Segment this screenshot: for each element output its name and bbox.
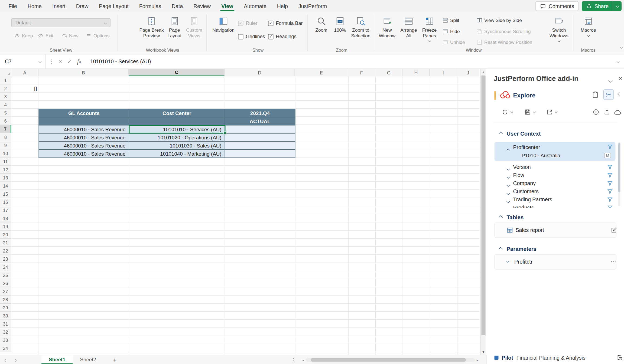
row-header-6[interactable]: 6 <box>0 117 11 125</box>
arrange-all-button[interactable]: Arrange All <box>399 14 418 48</box>
row-header-2[interactable]: 2 <box>0 84 11 93</box>
filter-icon[interactable] <box>607 144 613 150</box>
formula-input[interactable]: 10101010 - Services (AU) <box>86 54 612 69</box>
column-header-e[interactable]: E <box>295 69 348 76</box>
row-header-31[interactable]: 31 <box>0 320 11 328</box>
add-circle-icon[interactable] <box>593 109 599 115</box>
column-header-g[interactable]: G <box>375 69 403 76</box>
page-layout-button[interactable]: Page Layout <box>165 14 184 48</box>
collapse-panel-icon[interactable] <box>618 93 621 96</box>
filter-icon[interactable] <box>607 165 613 170</box>
horizontal-scroll-thumb[interactable] <box>311 358 466 362</box>
menu-tab-insert[interactable]: Insert <box>47 0 71 12</box>
sheet-tab-sheet2[interactable]: Sheet2 <box>73 355 103 364</box>
table-cell[interactable]: 10101040 - Marketing (AU) <box>129 149 225 158</box>
row-header-16[interactable]: 16 <box>0 198 11 206</box>
row-header-29[interactable]: 29 <box>0 304 11 312</box>
user-context-scrollbar[interactable] <box>618 142 620 206</box>
checkbox-ruler[interactable]: ✓Ruler <box>238 20 258 26</box>
row-header-22[interactable]: 22 <box>0 247 11 255</box>
table-cell[interactable]: 46000010 - Sales Revenue <box>39 125 129 134</box>
chevron-down-icon[interactable] <box>507 198 509 204</box>
row-header-21[interactable]: 21 <box>0 239 11 247</box>
table-cell[interactable] <box>225 141 295 150</box>
filter-icon[interactable] <box>607 189 613 195</box>
row-header-4[interactable]: 4 <box>0 101 11 109</box>
user-context-item-products[interactable]: Products <box>495 204 616 208</box>
parameter-item-profitctr[interactable]: Profitctr ⋯ <box>495 254 616 270</box>
table-header-cell[interactable]: Cost Center <box>129 109 225 117</box>
zoom-to-selection-button[interactable]: Zoom to Selection <box>349 14 373 48</box>
filter-icon[interactable] <box>607 181 613 186</box>
scroll-up-icon[interactable]: ▴ <box>481 70 486 74</box>
row-header-27[interactable]: 27 <box>0 287 11 296</box>
column-header-b[interactable]: B <box>39 69 129 76</box>
row-header-17[interactable]: 17 <box>0 206 11 214</box>
menu-tab-help[interactable]: Help <box>272 0 293 12</box>
next-sheet-button[interactable]: › <box>11 355 21 364</box>
row-header-8[interactable]: 8 <box>0 133 11 141</box>
view-side-by-side-button[interactable]: View Side by Side <box>476 17 522 24</box>
menu-tab-review[interactable]: Review <box>188 0 216 12</box>
add-sheet-button[interactable]: + <box>109 355 121 364</box>
chevron-down-icon[interactable] <box>507 206 509 208</box>
scroll-down-icon[interactable]: ▾ <box>481 350 486 354</box>
cell-a2[interactable]: [] <box>11 84 39 93</box>
column-header-i[interactable]: I <box>430 69 457 76</box>
cloud-icon[interactable] <box>614 110 622 116</box>
select-all-corner[interactable] <box>0 69 11 76</box>
filter-icon[interactable] <box>607 205 613 208</box>
column-header-a[interactable]: A <box>11 69 39 76</box>
menu-tab-formulas[interactable]: Formulas <box>134 0 166 12</box>
table-header-cell[interactable] <box>39 117 129 126</box>
user-context-item-profitcenter[interactable]: ProfitcenterP1010 - AustraliaM <box>495 142 616 161</box>
filter-icon[interactable] <box>607 197 613 203</box>
user-context-item-trading-partners[interactable]: Trading Partners <box>495 196 616 204</box>
chevron-up-icon[interactable] <box>507 147 509 153</box>
vertical-scroll-thumb[interactable] <box>482 76 486 335</box>
insert-function-button[interactable]: fx <box>74 58 84 65</box>
row-header-32[interactable]: 32 <box>0 328 11 336</box>
table-cell[interactable] <box>225 133 295 142</box>
filter-icon[interactable] <box>607 173 613 178</box>
expand-formula-bar-button[interactable] <box>612 54 624 69</box>
row-header-12[interactable]: 12 <box>0 166 11 174</box>
sheet-tab-sheet1[interactable]: Sheet1 <box>41 355 73 364</box>
row-header-1[interactable]: 1 <box>0 76 11 84</box>
name-box[interactable]: C7 <box>0 54 46 69</box>
save-dropdown-icon[interactable] <box>534 111 536 113</box>
row-header-19[interactable]: 19 <box>0 222 11 231</box>
row-header-11[interactable]: 11 <box>0 158 11 166</box>
collapse-ribbon-button[interactable] <box>618 44 624 50</box>
column-header-f[interactable]: F <box>348 69 376 76</box>
row-header-25[interactable]: 25 <box>0 271 11 279</box>
column-header-j[interactable]: J <box>457 69 480 76</box>
share-button[interactable]: Share <box>582 1 622 11</box>
export-dropdown-icon[interactable] <box>555 111 558 113</box>
table-header-cell[interactable]: ACTUAL <box>225 117 295 126</box>
macros-button[interactable]: Macros <box>578 14 598 48</box>
user-context-item-version[interactable]: Version <box>495 163 616 171</box>
save-icon[interactable] <box>525 109 531 115</box>
table-header-cell[interactable] <box>129 117 225 126</box>
checkbox-formula-bar[interactable]: ✓Formula Bar <box>268 20 303 26</box>
more-options-icon[interactable]: ⋯ <box>611 258 617 265</box>
row-header-20[interactable]: 20 <box>0 231 11 239</box>
vertical-scrollbar[interactable]: ▴ ▾ <box>480 69 486 355</box>
zoom-button[interactable]: Zoom <box>313 14 330 48</box>
section-user-context[interactable]: User Context <box>499 130 541 137</box>
section-parameters[interactable]: Parameters <box>499 245 537 252</box>
menu-tab-justperform[interactable]: JustPerform <box>293 0 332 12</box>
row-header-14[interactable]: 14 <box>0 182 11 190</box>
menu-tab-home[interactable]: Home <box>22 0 47 12</box>
table-item-sales-report[interactable]: Sales report <box>495 222 616 238</box>
refresh-icon[interactable] <box>502 109 508 115</box>
menu-tab-data[interactable]: Data <box>167 0 188 12</box>
scroll-left-icon[interactable]: ◂ <box>301 358 306 362</box>
row-header-10[interactable]: 10 <box>0 149 11 158</box>
row-header-13[interactable]: 13 <box>0 174 11 182</box>
row-header-9[interactable]: 9 <box>0 141 11 149</box>
table-header-cell[interactable]: 2021.Q4 <box>225 109 295 117</box>
export-icon[interactable] <box>547 109 553 115</box>
table-cell[interactable]: 10101030 - Sales (AU) <box>129 141 225 150</box>
